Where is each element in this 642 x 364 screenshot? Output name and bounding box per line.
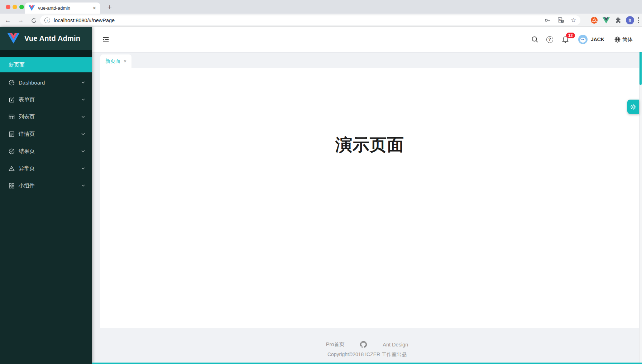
- sidebar-item-exceptions[interactable]: 异常页: [0, 161, 92, 176]
- reload-button[interactable]: [29, 16, 38, 25]
- browser-profile-avatar[interactable]: h: [626, 16, 634, 24]
- globe-icon: [614, 36, 621, 43]
- sidebar-item-results[interactable]: 结果页: [0, 144, 92, 158]
- address-bar[interactable]: i localhost:8080/#/newPage G 文 ☆: [40, 15, 580, 25]
- svg-text:文: 文: [561, 20, 564, 23]
- app-header: ? 12 JACK 简体: [92, 27, 642, 52]
- github-link[interactable]: [360, 341, 367, 348]
- page-tab-active[interactable]: 新页面 ×: [100, 54, 131, 68]
- user-avatar[interactable]: [578, 35, 588, 44]
- tab-close-icon[interactable]: ×: [124, 58, 126, 64]
- app-root: Vue Antd Admin 新页面 Dashboard 表单页: [0, 27, 642, 364]
- content-card: 演示页面: [100, 68, 639, 328]
- vue-devtools-icon[interactable]: [602, 16, 610, 24]
- chevron-down-icon: [81, 167, 85, 169]
- sidebar-item-label: 列表页: [19, 114, 81, 120]
- vue-logo-icon: [8, 33, 19, 44]
- notifications-button[interactable]: 12: [562, 36, 569, 43]
- sidebar-item-label: 异常页: [19, 165, 81, 172]
- window-minimize-button[interactable]: [13, 5, 17, 9]
- page-tab-label: 新页面: [105, 58, 120, 64]
- help-button[interactable]: ?: [546, 36, 553, 43]
- browser-tab-title: vue-antd-admin: [38, 5, 92, 11]
- sidebar-item-details[interactable]: 详情页: [0, 127, 92, 141]
- browser-tabstrip: vue-antd-admin × +: [0, 0, 642, 14]
- sidebar-item-lists[interactable]: 列表页: [0, 110, 92, 124]
- chevron-down-icon: [81, 150, 85, 152]
- extensions-puzzle-icon[interactable]: [614, 16, 622, 24]
- search-icon: [531, 36, 538, 43]
- extension-icon-orange[interactable]: [590, 16, 598, 24]
- language-switcher[interactable]: 简体: [614, 36, 633, 43]
- app-footer: Pro首页 Ant Design Copyright©2018 ICZER 工作…: [92, 328, 642, 364]
- bookmark-star-icon[interactable]: ☆: [571, 16, 576, 24]
- copyright-text: Copyright©2018 ICZER 工作室出品: [92, 351, 642, 358]
- new-tab-button[interactable]: +: [105, 2, 115, 12]
- warning-icon: [9, 166, 15, 172]
- browser-tab[interactable]: vue-antd-admin ×: [25, 3, 100, 14]
- back-button[interactable]: ←: [4, 16, 12, 25]
- page-title: 演示页面: [100, 134, 639, 156]
- chevron-down-icon: [81, 99, 85, 101]
- form-icon: [9, 97, 15, 103]
- sidebar-item-label: 详情页: [19, 131, 81, 138]
- chevron-down-icon: [81, 133, 85, 135]
- dashboard-icon: [9, 80, 15, 86]
- sidebar-logo[interactable]: Vue Antd Admin: [0, 27, 92, 50]
- main-area: ? 12 JACK 简体: [92, 27, 642, 364]
- header-actions: ? 12 JACK 简体: [531, 27, 633, 52]
- vue-favicon: [29, 5, 35, 11]
- sidebar-item-label: 新页面: [9, 62, 85, 68]
- extensions-row: h: [590, 16, 639, 25]
- app-title: Vue Antd Admin: [24, 34, 80, 43]
- chevron-down-icon: [81, 116, 85, 118]
- sidebar-item-dashboard[interactable]: Dashboard: [0, 75, 92, 90]
- chevron-down-icon: [81, 185, 85, 187]
- language-label: 简体: [622, 36, 633, 43]
- chevron-down-icon: [81, 81, 85, 83]
- footer-link-pro-home[interactable]: Pro首页: [326, 341, 345, 348]
- sidebar-item-label: Dashboard: [19, 80, 81, 86]
- github-icon: [360, 341, 367, 348]
- page-scrollbar[interactable]: [639, 27, 642, 364]
- footer-links: Pro首页 Ant Design: [92, 341, 642, 348]
- sidebar-item-label: 结果页: [19, 148, 81, 155]
- reload-icon: [31, 18, 37, 24]
- profile-icon: [9, 131, 15, 137]
- widgets-icon: [9, 183, 15, 189]
- site-info-icon[interactable]: i: [44, 18, 50, 23]
- sidebar-item-forms[interactable]: 表单页: [0, 92, 92, 107]
- sidebar: Vue Antd Admin 新页面 Dashboard 表单页: [0, 27, 92, 364]
- url-text[interactable]: localhost:8080/#/newPage: [54, 18, 538, 23]
- menu-fold-icon: [102, 36, 110, 43]
- window-zoom-button[interactable]: [19, 5, 24, 9]
- footer-link-ant-design[interactable]: Ant Design: [383, 342, 408, 348]
- gear-icon: [629, 103, 637, 111]
- username[interactable]: JACK: [591, 37, 604, 42]
- forward-button[interactable]: →: [16, 16, 25, 25]
- theme-settings-button[interactable]: [627, 100, 639, 114]
- tab-close-icon[interactable]: ×: [92, 5, 97, 11]
- table-icon: [9, 114, 15, 120]
- page-tabs-bar: 新页面 ×: [92, 52, 642, 68]
- check-circle-icon: [9, 148, 15, 154]
- sidebar-item-newpage[interactable]: 新页面: [0, 57, 92, 72]
- window-close-button[interactable]: [6, 5, 10, 9]
- svg-text:G: G: [559, 18, 561, 21]
- accent-bottom-line: [92, 363, 642, 364]
- sidebar-item-label: 表单页: [19, 96, 81, 103]
- sidebar-item-widgets[interactable]: 小组件: [0, 178, 92, 193]
- sidebar-divider: [0, 50, 92, 57]
- sidebar-item-label: 小组件: [19, 182, 81, 189]
- chrome-menu-icon[interactable]: [638, 17, 639, 23]
- password-key-icon[interactable]: [544, 17, 551, 24]
- translate-icon[interactable]: G 文: [557, 17, 564, 24]
- notification-badge: 12: [566, 32, 575, 39]
- browser-toolbar: ← → i localhost:8080/#/newPage G 文 ☆: [0, 14, 642, 27]
- sidebar-collapse-button[interactable]: [102, 35, 110, 43]
- search-button[interactable]: [531, 36, 538, 43]
